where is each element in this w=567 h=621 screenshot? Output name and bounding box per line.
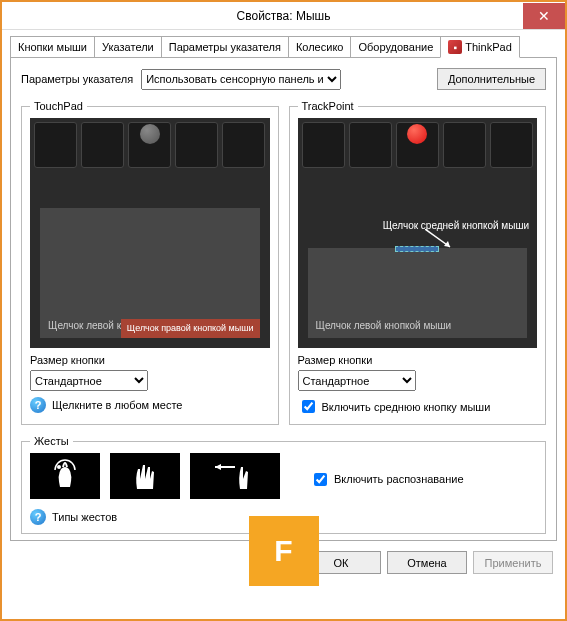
apply-button[interactable]: Применить	[473, 551, 553, 574]
key	[222, 122, 265, 168]
arrow-icon	[425, 229, 457, 249]
tab-sheet: Параметры указателя Использовать сенсорн…	[10, 58, 557, 541]
touchpad-legend: TouchPad	[30, 100, 87, 112]
right-click-label: Щелчок правой кнопкой мыши	[121, 319, 260, 338]
gesture-swipe-icon	[190, 453, 280, 499]
enable-recognition-label: Включить распознавание	[334, 473, 464, 485]
close-button[interactable]: ✕	[523, 3, 565, 29]
svg-point-2	[57, 465, 61, 469]
touchpad-button-size-select[interactable]: Стандартное	[30, 370, 148, 391]
trackpoint-button-size-select[interactable]: Стандартное	[298, 370, 416, 391]
tab-thinkpad[interactable]: ▪ ThinkPad	[440, 36, 519, 58]
touchpad-button-size-label: Размер кнопки	[30, 354, 270, 366]
trackpoint-preview: Щелчок средней кнопкой мыши Щелчок право…	[298, 118, 538, 348]
enable-middle-checkbox[interactable]	[302, 400, 315, 413]
tab-mouse-buttons[interactable]: Кнопки мыши	[10, 36, 95, 57]
tab-wheel[interactable]: Колесико	[288, 36, 352, 57]
window-title: Свойства: Мышь	[237, 9, 331, 23]
gesture-rotate-icon	[30, 453, 100, 499]
gestures-legend: Жесты	[30, 435, 73, 447]
trackpoint-group: TrackPoint Щелчок средней кнопкой мыши	[289, 100, 547, 425]
key	[175, 122, 218, 168]
thinkpad-icon: ▪	[448, 40, 462, 54]
key	[443, 122, 486, 168]
gesture-three-finger-icon	[110, 453, 180, 499]
pointer-params-label: Параметры указателя	[21, 73, 133, 85]
key	[81, 122, 124, 168]
tab-pointer-options[interactable]: Параметры указателя	[161, 36, 289, 57]
dialog-footer: F ОК Отмена Применить	[2, 541, 565, 586]
key	[490, 122, 533, 168]
close-icon: ✕	[538, 8, 550, 24]
pointer-params-select[interactable]: Использовать сенсорную панель и TrackPoi…	[141, 69, 341, 90]
key	[302, 122, 345, 168]
gestures-help-text: Типы жестов	[52, 511, 117, 523]
ok-button[interactable]: ОК	[301, 551, 381, 574]
cancel-button[interactable]: Отмена	[387, 551, 467, 574]
advanced-button[interactable]: Дополнительные	[437, 68, 546, 90]
trackpoint-nub-icon	[407, 124, 427, 144]
svg-marker-4	[215, 464, 221, 470]
tab-strip: Кнопки мыши Указатели Параметры указател…	[10, 36, 557, 58]
tab-hardware[interactable]: Оборудование	[350, 36, 441, 57]
key	[349, 122, 392, 168]
touchpad-surface: Щелчок левой кнопкой мыши Щелчок правой …	[40, 208, 260, 338]
tab-pointers[interactable]: Указатели	[94, 36, 162, 57]
help-icon[interactable]: ?	[30, 397, 46, 413]
touchpad-group: TouchPad Щелчок левой кнопкой мыши Щелчо…	[21, 100, 279, 425]
trackpoint-surface: Щелчок левой кнопкой мыши	[308, 248, 528, 338]
touchpad-preview: Щелчок левой кнопкой мыши Щелчок правой …	[30, 118, 270, 348]
enable-middle-label: Включить среднюю кнопку мыши	[322, 401, 491, 413]
enable-recognition-checkbox[interactable]	[314, 473, 327, 486]
trackpoint-legend: TrackPoint	[298, 100, 358, 112]
key	[34, 122, 77, 168]
left-click-label: Щелчок левой кнопкой мыши	[308, 314, 460, 338]
touchpad-nub-icon	[140, 124, 160, 144]
touchpad-help-text: Щелкните в любом месте	[52, 399, 182, 411]
trackpoint-button-size-label: Размер кнопки	[298, 354, 538, 366]
titlebar: Свойства: Мышь ✕	[2, 2, 565, 30]
gestures-group: Жесты	[21, 435, 546, 534]
help-icon[interactable]: ?	[30, 509, 46, 525]
